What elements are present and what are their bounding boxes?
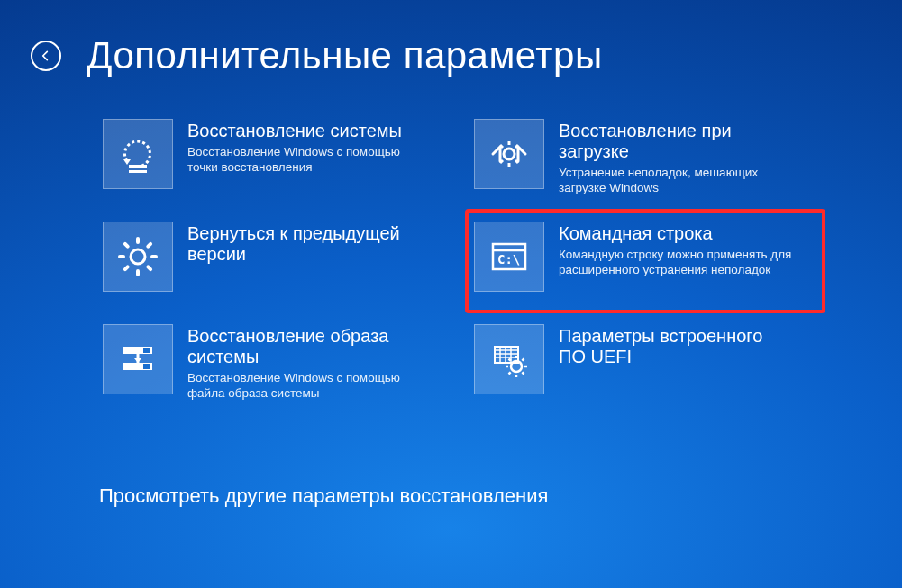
svg-line-42 — [509, 359, 511, 361]
svg-line-44 — [509, 372, 511, 374]
page-title: Дополнительные параметры — [87, 34, 603, 77]
svg-line-19 — [125, 267, 128, 269]
svg-marker-0 — [123, 159, 131, 165]
tile-startup-repair[interactable]: Восстановление при загрузке Устранение н… — [470, 115, 820, 202]
svg-line-8 — [515, 145, 518, 148]
system-restore-icon — [103, 119, 173, 189]
svg-rect-2 — [129, 170, 147, 173]
svg-rect-1 — [129, 165, 147, 168]
svg-line-10 — [515, 160, 518, 163]
tile-text: Восстановление при загрузке Устранение н… — [559, 119, 793, 198]
svg-marker-29 — [134, 358, 141, 363]
svg-point-12 — [131, 249, 145, 264]
svg-line-20 — [148, 244, 150, 247]
tile-title: Восстановление при загрузке — [559, 121, 793, 162]
tile-desc: Восстановление Windows с помощью файла о… — [187, 371, 422, 402]
svg-line-11 — [500, 145, 503, 148]
svg-text:C:\: C:\ — [497, 252, 520, 267]
tile-title: Вернуться к предыдущей версии — [187, 223, 422, 265]
tile-text: Командная строка Командную строку можно … — [559, 222, 793, 301]
cmd-icon: C:\ — [474, 222, 544, 292]
startup-repair-icon — [474, 119, 544, 189]
more-options-link[interactable]: Просмотреть другие параметры восстановле… — [99, 484, 548, 508]
image-recovery-icon — [103, 324, 173, 394]
tile-text: Параметры встроенного ПО UEFI — [559, 324, 793, 403]
tile-title: Командная строка — [559, 223, 793, 244]
svg-line-9 — [500, 160, 503, 163]
tile-text: Вернуться к предыдущей версии — [187, 222, 422, 301]
header: Дополнительные параметры — [31, 34, 603, 77]
tile-desc: Командную строку можно применять для рас… — [559, 248, 793, 278]
tile-title: Восстановление системы — [187, 121, 422, 141]
uefi-icon — [474, 324, 544, 394]
tile-text: Восстановление системы Восстановление Wi… — [187, 119, 422, 198]
svg-rect-25 — [143, 348, 150, 353]
svg-line-45 — [522, 359, 524, 361]
tile-text: Восстановление образа системы Восстановл… — [187, 324, 422, 403]
tile-title: Восстановление образа системы — [187, 326, 422, 367]
tile-go-back[interactable]: Вернуться к предыдущей версии — [99, 218, 449, 304]
tile-title: Параметры встроенного ПО UEFI — [559, 326, 793, 367]
tile-system-restore[interactable]: Восстановление системы Восстановление Wi… — [99, 115, 449, 202]
svg-line-43 — [522, 372, 524, 374]
gear-icon — [103, 222, 173, 292]
arrow-left-icon — [39, 49, 53, 63]
svg-line-18 — [148, 267, 150, 269]
svg-rect-27 — [143, 364, 150, 369]
svg-line-17 — [125, 244, 128, 247]
tile-uefi[interactable]: Параметры встроенного ПО UEFI — [470, 321, 820, 407]
tile-image-recovery[interactable]: Восстановление образа системы Восстановл… — [99, 321, 449, 407]
tiles-grid: Восстановление системы Восстановление Wi… — [99, 115, 820, 407]
svg-point-3 — [504, 149, 515, 159]
tile-desc: Устранение неполадок, мешающих загрузке … — [559, 166, 793, 196]
back-button[interactable] — [31, 41, 61, 71]
tile-command-prompt[interactable]: C:\ Командная строка Командную строку мо… — [465, 209, 825, 313]
tile-desc: Восстановление Windows с помощью точки в… — [187, 145, 422, 176]
